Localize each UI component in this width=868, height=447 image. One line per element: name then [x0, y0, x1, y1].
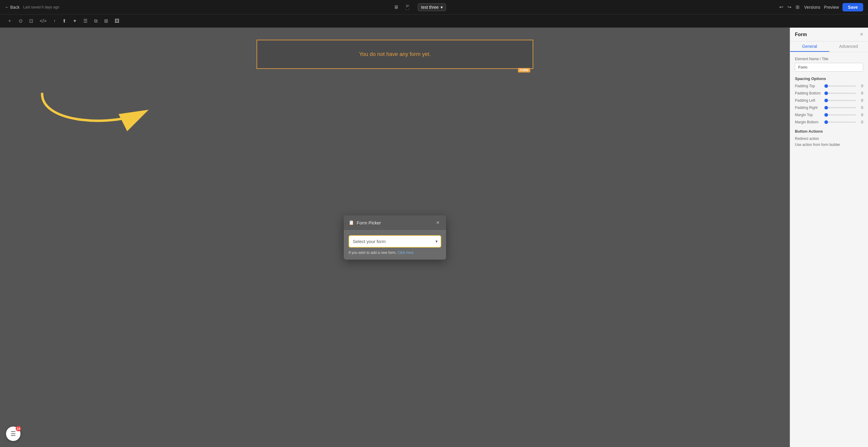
margin-bottom-slider[interactable] — [825, 122, 856, 123]
padding-right-row: Padding Right 0 — [795, 106, 863, 110]
padding-left-slider[interactable] — [825, 100, 856, 101]
device-buttons: 🖥 📱 — [391, 3, 413, 11]
padding-top-slider[interactable] — [825, 85, 856, 87]
padding-bottom-value: 0 — [858, 91, 863, 95]
project-name-badge[interactable]: test three ▾ — [418, 3, 446, 11]
pages-button[interactable]: ⊡ — [27, 17, 35, 25]
padding-right-slider[interactable] — [825, 107, 856, 108]
notification-icon: ☰ — [10, 430, 16, 437]
layout-button[interactable]: ⊞ — [102, 17, 111, 25]
spacing-title: Spacing Options — [795, 77, 863, 81]
menu-button[interactable]: ☰ — [81, 17, 90, 25]
desktop-view-button[interactable]: 🖥 — [391, 3, 401, 11]
margin-bottom-row: Margin Bottom 0 — [795, 120, 863, 124]
padding-top-row: Padding Top 0 — [795, 84, 863, 88]
tab-general[interactable]: General — [790, 41, 829, 52]
padding-top-thumb — [825, 84, 828, 88]
canvas-area[interactable]: You do not have any form yet. FORM 📋 For… — [0, 28, 790, 447]
padding-left-thumb — [825, 99, 828, 102]
main-layout: You do not have any form yet. FORM 📋 For… — [0, 28, 868, 447]
panel-tabs: General Advanced — [790, 41, 868, 52]
padding-bottom-row: Padding Bottom 0 — [795, 91, 863, 95]
panel-header: Form × — [790, 28, 868, 41]
undo-redo-group: ↩ ↪ ⊞ — [778, 3, 801, 11]
form-hint-text: If you wish to add a new form. — [349, 250, 396, 255]
redo-button[interactable]: ↪ — [786, 3, 793, 11]
redirect-label: Redirect action — [795, 137, 863, 141]
notification-badge[interactable]: 14 ☰ — [6, 426, 21, 441]
save-button[interactable]: Save — [842, 3, 863, 11]
add-element-button[interactable]: ＋ — [5, 17, 14, 25]
button-actions-title: Button Actions — [795, 129, 863, 133]
upload-button[interactable]: ↑ — [51, 17, 58, 25]
margin-top-row: Margin Top 0 — [795, 113, 863, 117]
tablet-view-button[interactable]: 📱 — [402, 3, 413, 11]
margin-bottom-thumb — [825, 120, 828, 124]
margin-top-thumb — [825, 113, 828, 117]
panel-title: Form — [795, 32, 807, 37]
form-hint-link[interactable]: Click here — [398, 250, 413, 255]
padding-right-label: Padding Right — [795, 106, 822, 110]
media-button[interactable]: 🖼 — [112, 17, 122, 25]
form-select-wrapper: Select your form ▾ — [349, 235, 441, 247]
padding-right-thumb — [825, 106, 828, 110]
element-name-group: Element Name / Title — [795, 57, 863, 71]
use-action-label: Use action from form builder — [795, 143, 863, 147]
padding-right-value: 0 — [858, 106, 863, 110]
project-name-chevron: ▾ — [441, 5, 443, 10]
saved-label: Last saved 6 days ago — [23, 5, 59, 9]
project-name-text: test three — [421, 5, 438, 10]
modal-title-text: Form Picker — [357, 220, 381, 225]
top-bar-left: ← Back Last saved 6 days ago — [5, 5, 59, 10]
form-picker-modal: 📋 Form Picker × Select your form ▾ If yo… — [344, 215, 446, 260]
code-button[interactable]: </> — [37, 17, 49, 25]
right-panel: Form × General Advanced Element Name / T… — [790, 28, 868, 447]
grid-button[interactable]: ⧉ — [92, 17, 100, 25]
margin-top-label: Margin Top — [795, 113, 822, 117]
back-button[interactable]: ← Back — [5, 5, 20, 10]
layers-button[interactable]: ⊙ — [16, 17, 25, 25]
publish-button[interactable]: ⬆ — [60, 17, 69, 25]
margin-bottom-label: Margin Bottom — [795, 120, 822, 124]
margin-top-slider[interactable] — [825, 114, 856, 116]
padding-top-label: Padding Top — [795, 84, 822, 88]
padding-bottom-label: Padding Bottom — [795, 91, 822, 95]
undo-button[interactable]: ↩ — [778, 3, 784, 11]
top-bar: ← Back Last saved 6 days ago 🖥 📱 test th… — [0, 0, 868, 14]
top-bar-right: ↩ ↪ ⊞ Versions Preview Save — [778, 3, 863, 11]
padding-left-label: Padding Left — [795, 98, 822, 102]
notification-count: 14 — [16, 426, 21, 431]
modal-title: 📋 Form Picker — [349, 220, 381, 225]
versions-button[interactable]: Versions — [804, 5, 820, 10]
padding-left-value: 0 — [858, 98, 863, 102]
modal-close-button[interactable]: × — [434, 219, 441, 227]
margin-top-value: 0 — [858, 113, 863, 117]
element-name-input[interactable] — [795, 63, 863, 71]
button-actions-group: Button Actions Redirect action Use actio… — [795, 129, 863, 147]
form-hint: If you wish to add a new form. Click her… — [349, 250, 441, 255]
padding-bottom-thumb — [825, 91, 828, 95]
element-name-label: Element Name / Title — [795, 57, 863, 61]
padding-top-value: 0 — [858, 84, 863, 88]
modal-overlay: 📋 Form Picker × Select your form ▾ If yo… — [0, 28, 790, 447]
panel-close-button[interactable]: × — [860, 31, 863, 38]
panel-content: Element Name / Title Spacing Options Pad… — [790, 52, 868, 447]
padding-left-row: Padding Left 0 — [795, 98, 863, 102]
spacing-group: Spacing Options Padding Top 0 Padding Bo… — [795, 77, 863, 124]
form-select[interactable]: Select your form — [349, 236, 441, 247]
modal-body: Select your form ▾ If you wish to add a … — [344, 231, 446, 260]
effects-button[interactable]: ✦ — [70, 17, 79, 25]
tab-advanced[interactable]: Advanced — [829, 41, 868, 52]
modal-header: 📋 Form Picker × — [344, 215, 446, 231]
options-button[interactable]: ⊞ — [794, 3, 801, 11]
top-bar-center: 🖥 📱 test three ▾ — [391, 3, 446, 11]
preview-button[interactable]: Preview — [824, 5, 839, 10]
margin-bottom-value: 0 — [858, 120, 863, 124]
modal-title-icon: 📋 — [349, 220, 354, 225]
padding-bottom-slider[interactable] — [825, 93, 856, 94]
toolbar: ＋ ⊙ ⊡ </> ↑ ⬆ ✦ ☰ ⧉ ⊞ 🖼 — [0, 14, 868, 28]
